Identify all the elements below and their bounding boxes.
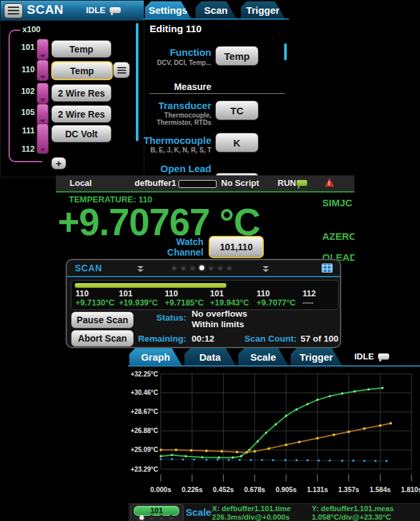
transducer-label: Transducer xyxy=(143,100,211,111)
trace-orange-marker xyxy=(245,451,248,453)
pager-dot[interactable] xyxy=(190,265,195,270)
x-tick-label: 1.810s xyxy=(401,486,420,493)
thermocouple-value-button[interactable]: K xyxy=(215,133,259,152)
trace-green-marker xyxy=(218,457,220,459)
scrollbar[interactable] xyxy=(284,43,287,60)
editing-heading: Editing 110 xyxy=(150,23,201,34)
pager-dot[interactable] xyxy=(172,265,177,270)
channel-number: 105 xyxy=(11,108,35,117)
channel-function-button[interactable]: 2 Wire Res xyxy=(51,84,112,102)
channel-tab-icon[interactable] xyxy=(37,60,49,81)
run-label: RUN xyxy=(278,178,296,188)
trace-green-marker xyxy=(257,440,259,443)
buffer-label: defbuffer1 xyxy=(135,178,177,188)
function-value-button[interactable]: Temp xyxy=(215,46,259,66)
channel-tab-icon[interactable] xyxy=(37,124,49,154)
y-scale-readout: Y: defbuffer1.101.meas 1.058°C/div@+23.3… xyxy=(312,505,394,521)
pager-dot[interactable] xyxy=(218,265,222,270)
collapse-chevron-icon[interactable] xyxy=(261,265,270,273)
screen-pager xyxy=(172,265,232,270)
trace-green-line xyxy=(161,388,383,458)
trace-orange-marker xyxy=(333,434,335,436)
trace-green-marker xyxy=(274,423,277,426)
trace-green-marker xyxy=(341,392,344,395)
trace-blue-marker xyxy=(205,459,207,461)
channel-number: 110 xyxy=(11,65,35,74)
x-scale-readout: X: defbuffer1.101.time 226.3ms/div@+0.00… xyxy=(212,505,291,521)
channel-tab-icon[interactable] xyxy=(37,83,49,104)
function-sublabel: DCV, DCI, Temp... xyxy=(143,59,211,66)
trace-blue-marker xyxy=(295,459,297,461)
scale-label[interactable]: Scale xyxy=(186,507,211,518)
collapse-chevron-icon[interactable] xyxy=(136,265,145,273)
trace-blue-marker xyxy=(318,459,320,461)
readout: 101+19.943°C xyxy=(210,289,249,307)
pager-dot[interactable] xyxy=(227,265,232,270)
tab-settings[interactable]: Settings xyxy=(145,1,191,18)
trace-green-marker xyxy=(368,388,370,391)
thermocouple-label: Thermocouple xyxy=(143,135,211,146)
trace-green-marker xyxy=(232,457,234,459)
annunciator-simjc: SIMJC xyxy=(322,197,352,208)
function-label: Function xyxy=(143,47,211,58)
script-label: No Script xyxy=(221,178,259,188)
pager-dot[interactable] xyxy=(159,516,163,520)
pager-dot[interactable] xyxy=(181,265,186,270)
watch-channel-button[interactable]: 101,110 xyxy=(209,236,264,258)
warning-icon[interactable] xyxy=(325,178,334,187)
status-bar: Local defbuffer1 No Script RUN xyxy=(56,175,354,193)
channel-tab-icon[interactable] xyxy=(37,104,49,125)
trace-green-marker xyxy=(171,454,173,457)
scan-setup-screen: SCAN IDLE x100 101 Temp 110 Temp 102 2 W… xyxy=(0,0,144,177)
abort-scan-button[interactable]: Abort Scan xyxy=(71,330,134,347)
readout: 112---- xyxy=(303,289,316,307)
tab-trigger[interactable]: Trigger xyxy=(241,1,285,18)
scrollbar[interactable] xyxy=(136,23,138,141)
trace-green-marker xyxy=(248,449,251,451)
pager-dot[interactable] xyxy=(140,516,144,520)
trace-orange-marker xyxy=(298,441,301,443)
scan-setup-header: SCAN IDLE xyxy=(1,1,144,21)
channel-tab-icon[interactable] xyxy=(37,39,49,60)
idle-status-label: IDLE xyxy=(86,5,106,15)
x-tick-label: 0.226s xyxy=(182,486,203,493)
trace-blue-marker xyxy=(284,459,286,461)
open-lead-label: Open Lead xyxy=(143,163,211,174)
remaining-label: Remaining: xyxy=(133,334,186,344)
pager-dot[interactable] xyxy=(209,265,213,270)
screen-title: SCAN xyxy=(27,3,64,17)
channel-function-button[interactable]: DC Volt xyxy=(51,125,112,143)
pager-dot[interactable] xyxy=(200,265,204,270)
trace-channel-chip[interactable]: 101 xyxy=(134,506,179,516)
add-channel-button[interactable]: + xyxy=(51,157,66,170)
x-tick-label: 0.000s xyxy=(150,486,171,493)
channel-options-button[interactable] xyxy=(113,62,130,78)
y-tick-label: +28.67°C xyxy=(131,408,158,415)
pause-scan-button[interactable]: Pause Scan xyxy=(71,311,134,328)
pager-dot[interactable] xyxy=(169,516,173,520)
scan-readout-box: 110+9.7130°C 101+19.939°C 110+9.7185°C 1… xyxy=(71,280,339,310)
trace-chip-box[interactable]: 101 xyxy=(130,504,184,521)
x-tick-label: 0.452s xyxy=(213,486,234,493)
buffer-fill-indicator xyxy=(178,180,217,188)
x-tick-label: 0.905s xyxy=(276,486,297,493)
trace-orange-marker xyxy=(236,451,238,453)
trace-blue-marker xyxy=(364,460,366,462)
trace-blue-marker xyxy=(217,459,219,461)
scan-monitor-overlay: SCAN 110+9.7130°C 101+19.939°C 110+9.718… xyxy=(66,259,341,348)
transducer-value-button[interactable]: TC xyxy=(215,101,259,120)
readout: 110+9.7185°C xyxy=(165,289,204,307)
status-line: Within limits xyxy=(192,319,244,329)
channel-function-button[interactable]: Temp xyxy=(51,40,112,58)
scan-count-label: Scan Count: xyxy=(228,334,297,344)
trace-orange-marker xyxy=(268,447,270,450)
channel-function-button[interactable]: 2 Wire Res xyxy=(51,105,112,123)
menu-icon[interactable] xyxy=(4,3,23,18)
scan-progress-bar xyxy=(75,283,226,288)
channel-function-button-selected[interactable]: Temp xyxy=(51,61,113,80)
trace-blue-marker xyxy=(375,460,377,462)
trace-orange-line xyxy=(161,423,390,452)
pager-dot[interactable] xyxy=(150,516,154,520)
table-view-icon[interactable] xyxy=(322,263,333,273)
tab-scan[interactable]: Scan xyxy=(196,1,236,18)
